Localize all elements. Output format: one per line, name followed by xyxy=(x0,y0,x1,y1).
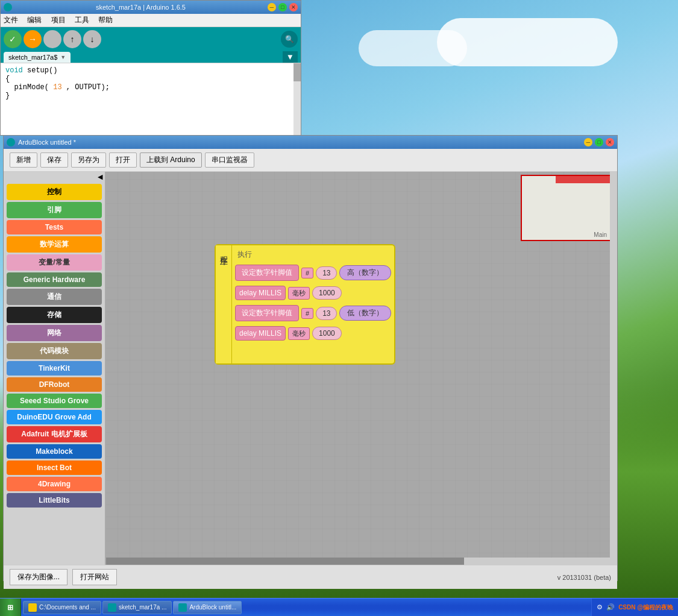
mini-preview-bar xyxy=(556,176,610,183)
sidebar-item-comm[interactable]: 通信 xyxy=(7,289,102,305)
sidebar-item-duinoedu[interactable]: DuinoEDU Grove Add xyxy=(7,410,102,424)
code-line-1: void setup() xyxy=(5,66,296,75)
ardublock-window: ArduBlock untitled * ─ □ ✕ 新增 保存 另存为 打开 … xyxy=(3,135,618,581)
taskbar-item-ardublock[interactable]: ArduBlock untitl... xyxy=(173,601,242,614)
sidebar-item-code[interactable]: 代码模块 xyxy=(7,343,102,359)
delay-value-1[interactable]: 1000 xyxy=(312,286,342,300)
menu-tools[interactable]: 工具 xyxy=(75,16,89,24)
tab-arrow-button[interactable]: ▼ xyxy=(283,51,298,63)
delay-block-2[interactable]: delay MILLIS xyxy=(235,326,286,341)
upload-arduino-button[interactable]: 上载到 Arduino xyxy=(140,152,202,168)
verify-button[interactable]: ✓ xyxy=(4,30,22,48)
save-image-button[interactable]: 保存为图像... xyxy=(10,569,67,585)
delay-block-1[interactable]: delay MILLIS xyxy=(235,286,286,300)
hash-label-2: # xyxy=(301,308,313,319)
sidebar-item-tinkerkit[interactable]: TinkerKit xyxy=(7,361,102,376)
code-line-2: { xyxy=(5,75,296,83)
open-button[interactable]: ↑ xyxy=(63,30,81,48)
sidebar-item-littlebits[interactable]: LittleBits xyxy=(7,493,102,508)
ardublock-body: ◀ 控制 引脚 Tests 数学运算 变量/常量 Generic Hardwar… xyxy=(4,172,617,565)
value-high[interactable]: 高（数字） xyxy=(339,265,391,280)
menu-project[interactable]: 项目 xyxy=(51,16,66,24)
arduino-window: sketch_mar17a | Arduino 1.6.5 ─ □ ✕ 文件 编… xyxy=(0,0,301,136)
arduino-close-button[interactable]: ✕ xyxy=(289,3,298,11)
taskbar-item-label-3: ArduBlock untitl... xyxy=(189,604,236,611)
arduino-titlebar: sketch_mar17a | Arduino 1.6.5 ─ □ ✕ xyxy=(1,1,301,14)
sidebar-item-network[interactable]: 网络 xyxy=(7,325,102,341)
arduino-icon xyxy=(108,603,116,612)
block-row-4: delay MILLIS 毫秒 1000 xyxy=(235,326,391,341)
ms-label-1: 毫秒 xyxy=(288,287,310,300)
taskbar-item-arduino[interactable]: sketch_mar17a ... xyxy=(102,601,172,614)
sidebar-item-tests[interactable]: Tests xyxy=(7,220,102,234)
start-icon: ⊞ xyxy=(7,603,13,612)
set-pin-block-2[interactable]: 设定数字针脚值 xyxy=(235,305,299,321)
exec-label: 执行 xyxy=(235,248,391,261)
save-as-button[interactable]: 另存为 xyxy=(71,152,106,168)
menu-file[interactable]: 文件 xyxy=(4,16,18,24)
taskbar-tray: ⚙ 🔊 CSDN @编程的夜晚 xyxy=(591,599,678,616)
canvas-area[interactable]: Main 主程序 执行 xyxy=(106,172,617,565)
program-inner: 执行 设定数字针脚值 # 13 高（数字） xyxy=(232,245,394,363)
ardublock-icon xyxy=(178,603,187,612)
taskbar: ⊞ C:\Documents and ... sketch_mar17a ...… xyxy=(0,598,678,616)
value-low[interactable]: 低（数字） xyxy=(339,306,391,321)
save-button[interactable]: 保存 xyxy=(40,152,68,168)
open-button[interactable]: 打开 xyxy=(109,152,137,168)
taskbar-item-label-2: sketch_mar17a ... xyxy=(119,604,166,611)
mini-preview-label: Main xyxy=(594,231,607,238)
arduino-scrollbar-thumb[interactable] xyxy=(293,63,301,81)
save-button[interactable]: ↓ xyxy=(83,30,101,48)
search-button[interactable]: 🔍 xyxy=(281,31,298,48)
delay-value-2[interactable]: 1000 xyxy=(312,327,342,340)
main-program-label: 主程序 xyxy=(216,245,232,363)
taskbar-item-label-1: C:\Documents and ... xyxy=(39,604,96,611)
tab-close-icon: ▼ xyxy=(60,54,66,60)
hash-label-1: # xyxy=(301,268,313,278)
ardublock-title: ArduBlock untitled * xyxy=(18,139,583,146)
canvas-hscrollbar[interactable] xyxy=(106,558,617,565)
sidebar-item-dfrobot[interactable]: DFRobot xyxy=(7,377,102,392)
ardublock-close-button[interactable]: ✕ xyxy=(606,138,614,146)
taskbar-item-explorer[interactable]: C:\Documents and ... xyxy=(23,601,101,614)
sidebar-item-makeblock[interactable]: Makeblock xyxy=(7,444,102,459)
arduino-code-area[interactable]: void setup() { pinMode( 13 , OUTPUT); } xyxy=(1,63,301,135)
canvas-hscroll-thumb[interactable] xyxy=(106,558,464,565)
sidebar-item-pin[interactable]: 引脚 xyxy=(7,202,102,218)
open-website-button[interactable]: 打开网站 xyxy=(72,569,117,585)
pin-num-2[interactable]: 13 xyxy=(316,307,337,320)
sidebar-item-storage[interactable]: 存储 xyxy=(7,307,102,323)
sidebar-item-insectbot[interactable]: Insect Bot xyxy=(7,460,102,475)
canvas-vscrollbar[interactable] xyxy=(610,172,617,558)
ardublock-maximize-button[interactable]: □ xyxy=(595,138,603,146)
pin-num-1[interactable]: 13 xyxy=(316,266,337,280)
arduino-tab[interactable]: sketch_mar17a$ ▼ xyxy=(4,52,71,63)
sidebar-item-control[interactable]: 控制 xyxy=(7,184,102,200)
upload-button[interactable]: → xyxy=(24,30,42,48)
sidebar-item-generic[interactable]: Generic Hardware xyxy=(7,272,102,287)
sidebar-item-adafruit[interactable]: Adafruit 电机扩展板 xyxy=(7,426,102,442)
new-button[interactable] xyxy=(43,30,61,48)
main-program-block[interactable]: 主程序 执行 设定数字针脚值 # xyxy=(215,244,395,365)
new-button[interactable]: 新增 xyxy=(10,152,37,168)
block-row-2: delay MILLIS 毫秒 1000 xyxy=(235,286,391,300)
block-program[interactable]: 主程序 执行 设定数字针脚值 # xyxy=(215,244,395,365)
arduino-tab-bar: sketch_mar17a$ ▼ ▼ xyxy=(1,51,301,63)
serial-monitor-button[interactable]: 串口监视器 xyxy=(205,152,254,168)
ardublock-minimize-button[interactable]: ─ xyxy=(584,138,592,146)
sidebar-item-math[interactable]: 数学运算 xyxy=(7,236,102,253)
arduino-maximize-button[interactable]: □ xyxy=(278,3,287,11)
menu-edit[interactable]: 编辑 xyxy=(27,16,42,24)
menu-help[interactable]: 帮助 xyxy=(98,16,113,24)
arduino-scrollbar[interactable] xyxy=(293,63,301,135)
sidebar-item-4drawing[interactable]: 4Drawing xyxy=(7,477,102,491)
sidebar-item-vars[interactable]: 变量/常量 xyxy=(7,254,102,271)
sidebar-collapse-button[interactable]: ◀ xyxy=(4,172,105,182)
set-pin-block-1[interactable]: 设定数字针脚值 xyxy=(235,265,299,281)
ardublock-window-controls: ─ □ ✕ xyxy=(583,138,614,146)
arduino-menubar: 文件 编辑 项目 工具 帮助 xyxy=(1,14,301,27)
arduino-minimize-button[interactable]: ─ xyxy=(268,3,276,11)
cloud-2 xyxy=(359,30,467,66)
start-button[interactable]: ⊞ xyxy=(0,599,21,616)
sidebar-item-seeed[interactable]: Seeed Studio Grove xyxy=(7,394,102,408)
